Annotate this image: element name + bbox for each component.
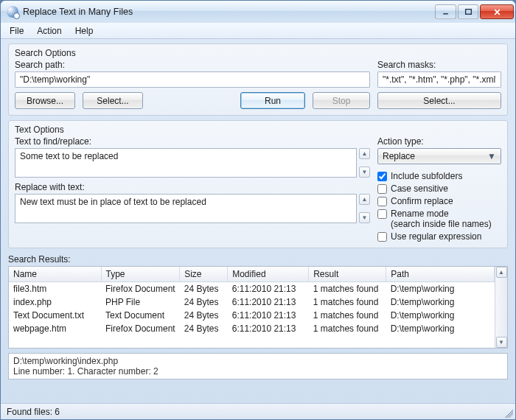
- search-masks-label: Search masks:: [377, 60, 501, 70]
- cell-modified: 6:11:2010 21:13: [228, 295, 309, 309]
- detail-box: D:\temp\working\index.php Line number: 1…: [8, 353, 508, 379]
- cell-result: 1 matches found: [309, 282, 386, 296]
- action-type-label: Action type:: [377, 136, 501, 147]
- confirm-replace-row[interactable]: Confirm replace: [377, 196, 501, 206]
- replace-scroll-down[interactable]: ▼: [359, 212, 370, 223]
- search-options-group: Search Options Search path: Browse... Se…: [8, 43, 508, 116]
- app-icon: [7, 6, 18, 18]
- minimize-button[interactable]: [435, 4, 456, 19]
- cell-name: index.php: [9, 295, 101, 309]
- text-options-group: Text Options Text to find/replace: Some …: [8, 120, 508, 248]
- action-type-value: Replace: [383, 151, 415, 161]
- search-options-title: Search Options: [15, 48, 501, 58]
- menubar: File Action Help: [1, 23, 515, 39]
- cell-modified: 6:11:2010 21:13: [228, 309, 309, 322]
- cell-result: 1 matches found: [309, 295, 386, 309]
- table-row[interactable]: Text Document.txtText Document24 Bytes6:…: [9, 309, 495, 322]
- cell-result: 1 matches found: [309, 322, 386, 335]
- search-path-input[interactable]: [15, 71, 370, 88]
- cell-name: webpage.htm: [9, 322, 101, 335]
- browse-button[interactable]: Browse...: [15, 92, 75, 109]
- client-area: Search Options Search path: Browse... Se…: [1, 39, 515, 403]
- menu-file[interactable]: File: [4, 24, 29, 38]
- cell-size: 24 Bytes: [180, 295, 228, 309]
- search-path-label: Search path:: [15, 60, 370, 70]
- maximize-button[interactable]: [458, 4, 478, 19]
- detail-position: Line number: 1. Character number: 2: [13, 366, 503, 377]
- rename-mode-checkbox[interactable]: [377, 209, 387, 219]
- cell-type: Firefox Document: [101, 322, 180, 335]
- run-button[interactable]: Run: [240, 92, 305, 109]
- select-path-button[interactable]: Select...: [83, 92, 143, 109]
- case-sensitive-label: Case sensitive: [391, 183, 448, 194]
- confirm-replace-label: Confirm replace: [391, 196, 453, 206]
- cell-size: 24 Bytes: [180, 282, 228, 296]
- window-title: Replace Text in Many Files: [23, 7, 435, 17]
- resize-grip-icon[interactable]: [503, 407, 513, 418]
- replace-scroll-up[interactable]: ▲: [359, 194, 370, 205]
- results-table-wrap: Name Type Size Modified Result Path file…: [8, 266, 508, 349]
- cell-modified: 6:11:2010 21:13: [228, 322, 309, 335]
- cell-path: D:\temp\working: [386, 322, 495, 335]
- action-type-select[interactable]: Replace ▼: [377, 148, 501, 164]
- cell-modified: 6:11:2010 21:13: [228, 282, 309, 296]
- col-modified[interactable]: Modified: [228, 267, 309, 282]
- find-scroll-down[interactable]: ▼: [359, 167, 370, 178]
- include-subfolders-checkbox[interactable]: [377, 172, 387, 181]
- include-subfolders-label: Include subfolders: [391, 171, 462, 181]
- cell-path: D:\temp\working: [386, 282, 495, 296]
- text-options-title: Text Options: [15, 125, 501, 135]
- scroll-down-icon[interactable]: ▼: [496, 337, 507, 348]
- cell-name: file3.htm: [9, 282, 101, 296]
- close-button[interactable]: [480, 4, 514, 19]
- app-window: Replace Text in Many Files File Action H…: [0, 0, 516, 420]
- rename-mode-sublabel: (search inside file names): [391, 219, 492, 229]
- statusbar: Found files: 6: [1, 403, 515, 419]
- replace-text-label: Replace with text:: [15, 182, 370, 192]
- find-text-label: Text to find/replace:: [15, 136, 370, 147]
- col-result[interactable]: Result: [309, 267, 386, 282]
- find-text-input[interactable]: Some text to be replaced: [15, 148, 357, 178]
- select-masks-button[interactable]: Select...: [377, 92, 501, 109]
- stop-button[interactable]: Stop: [313, 92, 370, 109]
- search-masks-input[interactable]: [377, 71, 501, 88]
- detail-path: D:\temp\working\index.php: [13, 356, 503, 366]
- svg-rect-1: [465, 9, 471, 14]
- cell-size: 24 Bytes: [180, 322, 228, 335]
- rename-mode-row[interactable]: Rename mode (search inside file names): [377, 209, 501, 229]
- cell-path: D:\temp\working: [386, 309, 495, 322]
- case-sensitive-checkbox[interactable]: [377, 184, 387, 194]
- chevron-down-icon: ▼: [486, 150, 498, 162]
- table-row[interactable]: file3.htmFirefox Document24 Bytes6:11:20…: [9, 282, 495, 296]
- status-text: Found files: 6: [7, 407, 60, 417]
- results-table[interactable]: Name Type Size Modified Result Path file…: [9, 267, 495, 335]
- table-row[interactable]: index.phpPHP File24 Bytes6:11:2010 21:13…: [9, 295, 495, 309]
- cell-size: 24 Bytes: [180, 309, 228, 322]
- cell-type: Text Document: [101, 309, 180, 322]
- col-size[interactable]: Size: [180, 267, 228, 282]
- menu-action[interactable]: Action: [31, 24, 67, 38]
- search-results-label: Search Results:: [8, 254, 508, 265]
- confirm-replace-checkbox[interactable]: [377, 197, 387, 206]
- titlebar[interactable]: Replace Text in Many Files: [1, 1, 515, 23]
- table-row[interactable]: webpage.htmFirefox Document24 Bytes6:11:…: [9, 322, 495, 335]
- menu-help[interactable]: Help: [69, 24, 100, 38]
- scroll-up-icon[interactable]: ▲: [496, 267, 507, 278]
- use-regex-checkbox[interactable]: [377, 232, 387, 242]
- replace-text-input[interactable]: New text must be in place of text to be …: [15, 194, 357, 223]
- use-regex-label: Use regular expression: [391, 231, 481, 242]
- cell-type: Firefox Document: [101, 282, 180, 296]
- col-path[interactable]: Path: [386, 267, 495, 282]
- use-regex-row[interactable]: Use regular expression: [377, 231, 501, 242]
- rename-mode-label: Rename mode: [391, 209, 449, 219]
- col-type[interactable]: Type: [101, 267, 180, 282]
- results-scrollbar[interactable]: ▲ ▼: [495, 267, 507, 348]
- case-sensitive-row[interactable]: Case sensitive: [377, 183, 501, 194]
- include-subfolders-row[interactable]: Include subfolders: [377, 171, 501, 181]
- col-name[interactable]: Name: [9, 267, 101, 282]
- cell-name: Text Document.txt: [9, 309, 101, 322]
- find-scroll-up[interactable]: ▲: [359, 148, 370, 159]
- cell-result: 1 matches found: [309, 309, 386, 322]
- cell-path: D:\temp\working: [386, 295, 495, 309]
- cell-type: PHP File: [101, 295, 180, 309]
